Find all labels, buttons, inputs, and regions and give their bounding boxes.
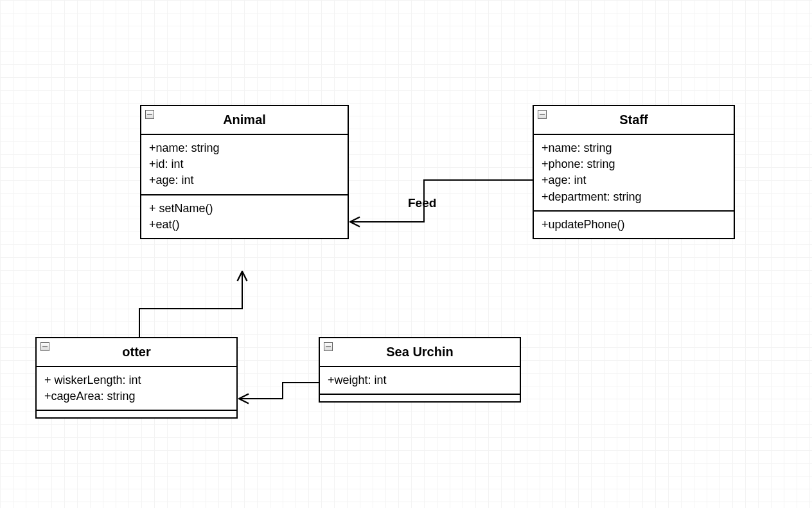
attr: +name: string: [149, 140, 340, 156]
class-sea-urchin-header[interactable]: Sea Urchin: [320, 338, 520, 367]
class-animal[interactable]: Animal +name: string +id: int +age: int …: [140, 105, 349, 239]
attr: +name: string: [542, 140, 726, 156]
attr: +cageArea: string: [44, 388, 229, 404]
attr: + wiskerLength: int: [44, 372, 229, 388]
class-sea-urchin-title: Sea Urchin: [386, 345, 453, 359]
connector-seaurchin-to-otter: [239, 383, 319, 399]
connector-otter-to-animal: [139, 271, 242, 337]
class-animal-title: Animal: [223, 113, 266, 127]
diagram-canvas[interactable]: Animal +name: string +id: int +age: int …: [0, 0, 812, 508]
attr: +age: int: [542, 172, 726, 188]
class-staff-attrs[interactable]: +name: string +phone: string +age: int +…: [534, 135, 734, 212]
collapse-icon[interactable]: [538, 110, 547, 119]
class-staff[interactable]: Staff +name: string +phone: string +age:…: [533, 105, 735, 239]
attr: +age: int: [149, 172, 340, 188]
attr: +phone: string: [542, 156, 726, 172]
method: +updatePhone(): [542, 217, 726, 233]
connectors: [0, 0, 812, 508]
class-sea-urchin-attrs[interactable]: +weight: int: [320, 367, 520, 395]
method: + setName(): [149, 201, 340, 217]
class-otter[interactable]: otter + wiskerLength: int +cageArea: str…: [35, 337, 238, 419]
class-sea-urchin[interactable]: Sea Urchin +weight: int: [319, 337, 521, 403]
class-otter-title: otter: [122, 345, 150, 359]
class-staff-title: Staff: [619, 113, 648, 127]
method: +eat(): [149, 217, 340, 233]
class-staff-methods[interactable]: +updatePhone(): [534, 212, 734, 238]
class-animal-methods[interactable]: + setName() +eat(): [141, 195, 348, 238]
class-otter-attrs[interactable]: + wiskerLength: int +cageArea: string: [37, 367, 236, 411]
class-staff-header[interactable]: Staff: [534, 106, 734, 135]
attr: +department: string: [542, 189, 726, 205]
class-otter-methods[interactable]: [37, 411, 236, 417]
class-otter-header[interactable]: otter: [37, 338, 236, 367]
collapse-icon[interactable]: [145, 110, 154, 119]
connector-staff-to-animal: [350, 180, 533, 222]
attr: +id: int: [149, 156, 340, 172]
attr: +weight: int: [328, 372, 512, 388]
class-animal-attrs[interactable]: +name: string +id: int +age: int: [141, 135, 348, 195]
relationship-feed-label: Feed: [408, 196, 436, 210]
class-sea-urchin-methods[interactable]: [320, 395, 520, 401]
collapse-icon[interactable]: [324, 342, 333, 351]
collapse-icon[interactable]: [40, 342, 49, 351]
class-animal-header[interactable]: Animal: [141, 106, 348, 135]
